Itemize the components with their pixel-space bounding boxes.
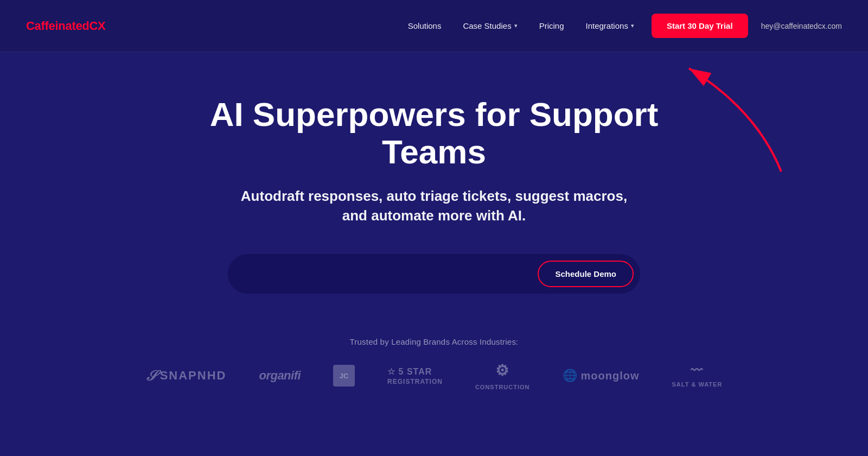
- snapnhd-icon: 𝒮: [146, 368, 157, 384]
- navbar: CaffeinatedCX Solutions Case Studies ▾ P…: [0, 0, 868, 52]
- brand-5star: ☆ 5 STAR REGISTRATION: [387, 366, 443, 385]
- trust-section: Trusted by Leading Brands Across Industr…: [103, 337, 766, 390]
- hero-section: AI Superpowers for Support Teams Autodra…: [0, 52, 868, 390]
- schedule-demo-button[interactable]: Schedule Demo: [538, 261, 634, 287]
- brand-moonglow: 🌐 moonglow: [563, 369, 640, 383]
- logo-highlight: CX: [90, 19, 106, 33]
- cta-email-input[interactable]: [245, 269, 529, 278]
- trust-label: Trusted by Leading Brands Across Industr…: [146, 337, 723, 346]
- nav-solutions[interactable]: Solutions: [408, 21, 442, 30]
- nav-case-studies[interactable]: Case Studies ▾: [463, 21, 517, 30]
- cta-bar: Schedule Demo: [228, 254, 640, 294]
- hero-subtitle: Autodraft responses, auto triage tickets…: [241, 186, 627, 226]
- brand-logos-row: 𝒮 SNAPNHD organifi JC ☆ 5 STAR REGISTRAT…: [146, 362, 723, 390]
- brand-jc: JC: [333, 365, 355, 387]
- brand-organifi: organifi: [259, 369, 301, 383]
- brand-construction: ⚙ CONSTRUCTION: [475, 362, 530, 390]
- trial-button[interactable]: Start 30 Day Trial: [652, 14, 748, 38]
- logo[interactable]: CaffeinatedCX: [26, 19, 105, 33]
- integrations-chevron-icon: ▾: [631, 22, 634, 29]
- nav-integrations[interactable]: Integrations ▾: [586, 21, 634, 30]
- hero-title: AI Superpowers for Support Teams: [190, 96, 678, 171]
- nav-pricing[interactable]: Pricing: [539, 21, 564, 30]
- brand-salt-water: 〰 SALT & WATER: [672, 364, 722, 388]
- nav-links: Solutions Case Studies ▾ Pricing Integra…: [408, 21, 634, 30]
- logo-text: Caffeinated: [26, 19, 90, 33]
- moonglow-icon: 🌐: [563, 369, 578, 383]
- brand-snapnhd: 𝒮 SNAPNHD: [146, 368, 227, 384]
- nav-email: hey@caffeinatedcx.com: [761, 22, 842, 30]
- case-studies-chevron-icon: ▾: [514, 22, 518, 29]
- arrow-annotation: [673, 63, 792, 182]
- salt-water-icon: 〰: [691, 364, 703, 378]
